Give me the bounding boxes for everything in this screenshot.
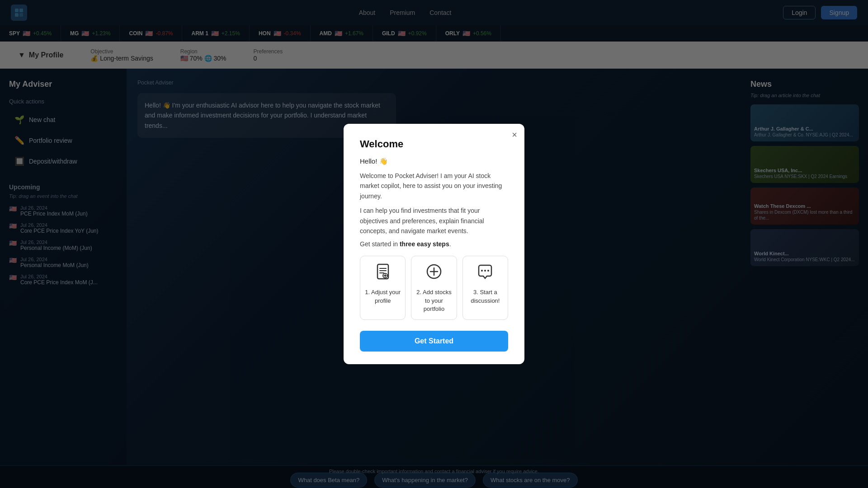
modal-intro-1: Welcome to Pocket Adviser! I am your AI …: [360, 171, 508, 201]
modal-overlay[interactable]: × Welcome Hello! 👋 Welcome to Pocket Adv…: [0, 0, 868, 488]
modal-steps-label: Get started in three easy steps.: [360, 240, 508, 248]
svg-point-13: [484, 270, 486, 272]
modal-step-3: 3. Start a discussion!: [462, 256, 508, 320]
modal-step-1: 1. Adjust your profile: [360, 256, 406, 320]
modal-step-label-1: 1. Adjust your profile: [365, 288, 401, 305]
modal-title: Welcome: [360, 138, 508, 150]
modal-step-2: 2. Add stocks to your portfolio: [411, 256, 457, 320]
get-started-button[interactable]: Get Started: [360, 331, 508, 352]
modal-step-icon-2: [425, 263, 443, 284]
modal-steps: 1. Adjust your profile 2. Add stocks to …: [360, 256, 508, 320]
welcome-modal: × Welcome Hello! 👋 Welcome to Pocket Adv…: [344, 124, 524, 364]
svg-point-14: [487, 270, 489, 272]
svg-point-12: [481, 270, 483, 272]
modal-step-icon-3: [476, 263, 494, 284]
modal-steps-strong: three easy steps: [400, 240, 449, 248]
modal-step-label-2: 2. Add stocks to your portfolio: [416, 288, 452, 313]
modal-close-button[interactable]: ×: [512, 130, 517, 139]
modal-step-icon-1: [374, 263, 392, 284]
modal-step-label-3: 3. Start a discussion!: [467, 288, 503, 305]
modal-hello: Hello! 👋: [360, 157, 508, 165]
modal-intro-2: I can help you find investments that fit…: [360, 206, 508, 236]
